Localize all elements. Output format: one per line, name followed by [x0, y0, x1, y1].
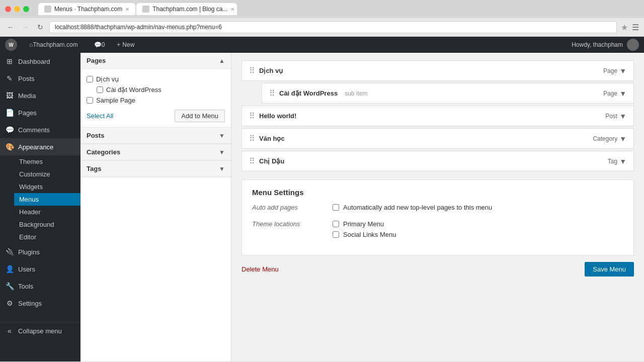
- drag-handle-dich-vu[interactable]: ⠿: [249, 66, 255, 75]
- menu-item-caidat-arrow[interactable]: ▼: [619, 89, 626, 98]
- adminbar-right: Howdy, thachpham: [572, 39, 639, 51]
- sidebar-item-customize[interactable]: Customize: [14, 168, 80, 180]
- tags-section-header[interactable]: Tags ▼: [80, 161, 231, 177]
- tools-icon: 🔧: [5, 282, 14, 291]
- forward-button[interactable]: →: [20, 22, 31, 32]
- adminbar-new[interactable]: + New: [117, 41, 134, 48]
- categories-section: Categories ▼: [80, 144, 231, 161]
- appearance-icon: 🎨: [5, 142, 14, 151]
- categories-section-arrow: ▼: [219, 149, 225, 156]
- wp-sidebar: ⊞ Dashboard ✎ Posts 🖼 Media 📄 Pages 💬 Co…: [0, 53, 80, 361]
- drag-handle-hello[interactable]: ⠿: [249, 111, 255, 121]
- sidebar-item-tools[interactable]: 🔧 Tools: [0, 278, 80, 295]
- pages-section-header[interactable]: Pages ▲: [80, 53, 231, 69]
- sidebar-item-dashboard[interactable]: ⊞ Dashboard: [0, 53, 80, 70]
- sidebar-item-widgets[interactable]: Widgets: [14, 180, 80, 193]
- plugins-icon: 🔌: [5, 247, 14, 256]
- tab-blog[interactable]: Thachpham.com | Blog ca... ✕: [136, 3, 237, 15]
- sidebar-customize-label: Customize: [19, 170, 50, 178]
- page-item-caidat: Cài đặt WordPress: [87, 84, 225, 95]
- settings-icon: ⚙: [5, 299, 14, 308]
- adminbar-new-label: New: [122, 41, 134, 48]
- sidebar-item-menus[interactable]: Menus: [14, 193, 80, 206]
- checkbox-sample[interactable]: [87, 97, 93, 104]
- browser-menu-icon[interactable]: ☰: [632, 23, 639, 32]
- auto-add-checkbox[interactable]: [333, 204, 339, 211]
- bookmark-icon[interactable]: ★: [621, 23, 628, 32]
- tab-close-2[interactable]: ✕: [230, 7, 234, 12]
- drag-handle-vanhoc[interactable]: ⠿: [249, 134, 255, 143]
- posts-section-header[interactable]: Posts ▼: [80, 128, 231, 144]
- minimize-dot[interactable]: [14, 6, 20, 12]
- menu-item-caidat: ⠿ Cài đặt WordPress sub item Page ▼: [262, 83, 634, 104]
- sidebar-editor-label: Editor: [19, 233, 36, 241]
- address-bar[interactable]: [49, 21, 617, 33]
- sidebar-item-themes[interactable]: Themes: [14, 155, 80, 168]
- checkbox-dich-vu[interactable]: [87, 76, 93, 82]
- collapse-icon: «: [5, 326, 14, 335]
- menu-item-dich-vu: ⠿ Dịch vụ Page ▼: [242, 60, 634, 81]
- delete-menu-link[interactable]: Delete Menu: [242, 265, 279, 273]
- menu-item-chidau-arrow[interactable]: ▼: [619, 157, 626, 165]
- sidebar-item-users[interactable]: 👤 Users: [0, 260, 80, 278]
- reload-button[interactable]: ↻: [35, 22, 45, 32]
- comments-icon: 💬: [94, 41, 102, 48]
- drag-handle-caidat[interactable]: ⠿: [269, 88, 275, 98]
- sidebar-item-plugins[interactable]: 🔌 Plugins: [0, 243, 80, 260]
- label-sample: Sample Page: [96, 97, 135, 104]
- wp-logo[interactable]: W: [5, 39, 17, 51]
- tab-favicon-2: [142, 6, 149, 13]
- auto-add-check-row: Automatically add new top-level pages to…: [333, 204, 623, 211]
- menu-item-dich-vu-arrow[interactable]: ▼: [619, 67, 626, 75]
- add-to-menu-button[interactable]: Add to Menu: [175, 110, 225, 122]
- posts-section-title: Posts: [87, 132, 104, 139]
- sidebar-item-background[interactable]: Background: [14, 218, 80, 231]
- adminbar-howdy: Howdy, thachpham: [572, 41, 623, 48]
- social-links-checkbox[interactable]: [333, 231, 339, 238]
- adminbar-comments[interactable]: 💬 0: [90, 37, 109, 53]
- adminbar-comments-count: 0: [102, 41, 105, 48]
- menu-item-vanhoc-type: Category ▼: [593, 135, 626, 143]
- save-menu-button[interactable]: Save Menu: [585, 262, 634, 277]
- menu-item-caidat-title: Cài đặt WordPress: [279, 89, 338, 97]
- sidebar-collapse[interactable]: « Collapse menu: [0, 322, 80, 339]
- menu-item-vanhoc-arrow[interactable]: ▼: [619, 135, 626, 143]
- sidebar-media-label: Media: [18, 92, 36, 100]
- sidebar-item-settings[interactable]: ⚙ Settings: [0, 295, 80, 312]
- posts-icon: ✎: [5, 74, 14, 83]
- sidebar-item-media[interactable]: 🖼 Media: [0, 87, 80, 104]
- select-all-link[interactable]: Select All: [87, 112, 113, 120]
- close-dot[interactable]: [5, 6, 11, 12]
- tab-menus[interactable]: Menus · Thachpham.com ✕: [38, 3, 135, 15]
- tab-close-1[interactable]: ✕: [125, 7, 129, 12]
- primary-menu-checkbox[interactable]: [333, 221, 339, 227]
- adminbar-site[interactable]: ⌂ Thachpham.com: [25, 37, 82, 53]
- categories-section-header[interactable]: Categories ▼: [80, 144, 231, 160]
- categories-section-title: Categories: [87, 148, 120, 156]
- adminbar-site-name: Thachpham.com: [33, 41, 77, 48]
- theme-locations-row: Theme locations Primary Menu Social Link…: [252, 220, 623, 241]
- sidebar-item-posts[interactable]: ✎ Posts: [0, 70, 80, 87]
- checkbox-caidat[interactable]: [97, 86, 103, 93]
- posts-section-arrow: ▼: [219, 132, 225, 139]
- maximize-dot[interactable]: [23, 6, 29, 12]
- sidebar-item-comments[interactable]: 💬 Comments: [0, 121, 80, 138]
- menu-item-dich-vu-title: Dịch vụ: [259, 67, 283, 74]
- menu-item-hello-type-label: Post: [605, 113, 617, 120]
- sidebar-item-editor[interactable]: Editor: [14, 231, 80, 243]
- menu-item-dich-vu-left: ⠿ Dịch vụ: [249, 66, 283, 75]
- primary-menu-row: Primary Menu: [333, 220, 623, 228]
- sidebar-themes-label: Themes: [19, 158, 43, 165]
- avatar: [627, 39, 639, 51]
- back-button[interactable]: ←: [5, 22, 16, 32]
- sidebar-tools-label: Tools: [18, 283, 33, 290]
- sidebar-item-pages[interactable]: 📄 Pages: [0, 104, 80, 121]
- menu-item-hello-arrow[interactable]: ▼: [619, 112, 626, 120]
- sidebar-item-header[interactable]: Header: [14, 206, 80, 218]
- drag-handle-chidau[interactable]: ⠿: [249, 156, 255, 166]
- add-menu-items-panel: Pages ▲ Dịch vụ Cài đặt WordPress Sample…: [80, 53, 231, 361]
- menu-item-hello-title: Hello world!: [259, 112, 296, 120]
- menu-item-hello-left: ⠿ Hello world!: [249, 111, 296, 121]
- sidebar-item-appearance[interactable]: 🎨 Appearance: [0, 138, 80, 155]
- pages-section: Pages ▲ Dịch vụ Cài đặt WordPress Sample…: [80, 53, 231, 128]
